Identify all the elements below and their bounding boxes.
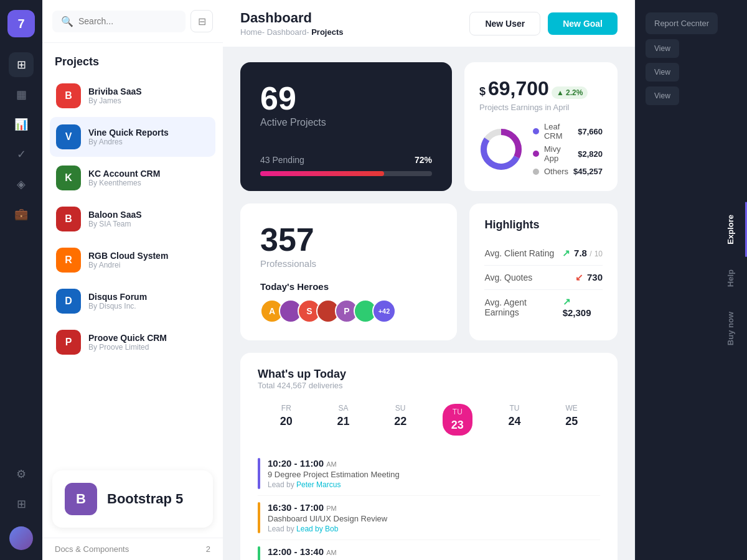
project-by-6: By Proove Limited <box>88 343 167 352</box>
project-item-3[interactable]: B Baloon SaaS By SIA Team <box>50 199 215 239</box>
active-projects-bottom: 43 Pending 72% <box>260 155 432 176</box>
days-row: Fr 20Sa 21Su 22 Tu 23 Tu 24We 25 <box>258 400 600 439</box>
professionals-label: Professionals <box>260 258 437 269</box>
earnings-number: 69,700 <box>488 77 549 100</box>
header-left: Dashboard Home- Dashboard- Projects <box>240 10 344 37</box>
highlight-label-earnings: Avg. Agent Earnings <box>484 297 562 317</box>
bootstrap-title: Bootstrap 5 <box>107 491 183 507</box>
day-cell-0[interactable]: Fr 20 <box>258 400 315 439</box>
right-tabs: Explore Help Buy now <box>720 0 747 560</box>
tab-buy-now[interactable]: Buy now <box>720 299 747 358</box>
day-cell-1[interactable]: Sa 21 <box>315 400 372 439</box>
nav-icon-briefcase[interactable]: 💼 <box>9 202 34 226</box>
event-time-0: 10:20 - 11:00 AM <box>268 458 600 469</box>
calendar-total: Total 424,567 deliveries <box>258 381 600 390</box>
event-item-1: 16:30 - 17:00 PM Dashboard UI/UX Design … <box>258 496 600 540</box>
legend-leaf-crm: Leaf CRM $7,660 <box>533 122 603 141</box>
docs-label: Docs & Components <box>55 544 129 554</box>
project-logo-4: R <box>56 248 81 273</box>
report-center-button[interactable]: Report Cecnter <box>646 12 718 34</box>
legend-val-others: $45,257 <box>573 167 603 176</box>
project-name-3: Baloon SaaS <box>88 210 142 220</box>
highlight-val-earnings: ↗ $2,309 <box>563 296 603 318</box>
event-content-1: 16:30 - 17:00 PM Dashboard UI/UX Design … <box>268 502 600 533</box>
highlight-row-rating: Avg. Client Rating ↗ 7.8 / 10 <box>484 241 603 266</box>
highlight-label-quotes: Avg. Quotes <box>484 273 532 282</box>
project-name-1: Vine Quick Reports <box>88 128 169 138</box>
active-projects-number: 69 <box>260 82 432 114</box>
new-goal-button[interactable]: New Goal <box>548 12 618 35</box>
search-input[interactable] <box>78 16 177 26</box>
search-icon: 🔍 <box>61 16 73 27</box>
view-button-2[interactable]: View <box>646 63 679 82</box>
nav-icon-grid2[interactable]: ⊞ <box>9 492 34 516</box>
nav-icon-dashboard[interactable]: ⊞ <box>9 52 34 77</box>
nav-icon-settings[interactable]: ⚙ <box>9 462 34 487</box>
legend-dot-others <box>533 169 539 175</box>
icon-nav: 7 ⊞ ▦ 📊 ✓ ◈ 💼 ⚙ ⊞ <box>0 0 42 560</box>
breadcrumb-projects: Projects <box>311 27 343 37</box>
breadcrumb-home: Home- <box>240 27 265 37</box>
calendar-section: What's up Today Total 424,567 deliveries… <box>240 353 618 560</box>
nav-icon-layers[interactable]: ◈ <box>9 172 34 197</box>
project-item-4[interactable]: R RGB Cloud System By Andrei <box>50 240 215 280</box>
project-logo-1: V <box>56 124 81 149</box>
earnings-badge: ▲ 2.2% <box>552 86 588 99</box>
user-avatar[interactable]: 7 <box>7 10 35 37</box>
project-by-0: By James <box>88 96 142 105</box>
project-info-3: Baloon SaaS By SIA Team <box>88 210 142 228</box>
search-box[interactable]: 🔍 <box>52 11 186 32</box>
day-cell-5[interactable]: We 25 <box>543 400 600 439</box>
project-info-2: KC Account CRM By Keenthemes <box>88 169 160 187</box>
day-cell-2[interactable]: Su 22 <box>372 400 429 439</box>
project-info-6: Proove Quick CRM By Proove Limited <box>88 333 167 352</box>
earnings-chart-row: Leaf CRM $7,660 Mivy App $2,820 Others $… <box>479 122 603 176</box>
filter-button[interactable]: ⊟ <box>190 10 213 32</box>
project-logo-6: P <box>56 330 81 355</box>
project-item-1[interactable]: V Vine Quick Reports By Andres <box>50 117 215 157</box>
project-info-0: Briviba SaaS By James <box>88 86 142 105</box>
tab-help[interactable]: Help <box>720 257 747 299</box>
project-item-5[interactable]: D Disqus Forum By Disqus Inc. <box>50 281 215 321</box>
event-name-0: 9 Degree Project Estimation Meeting <box>268 470 600 479</box>
tab-explore[interactable]: Explore <box>720 202 747 257</box>
sidebar-search-area: 🔍 ⊟ <box>42 0 223 43</box>
heroes-title: Today's Heroes <box>260 281 437 292</box>
event-lead-0: Lead by Peter Marcus <box>268 480 600 489</box>
day-cell-4[interactable]: Tu 24 <box>486 400 543 439</box>
nav-icon-chart[interactable]: 📊 <box>9 112 34 137</box>
project-item-6[interactable]: P Proove Quick CRM By Proove Limited <box>50 322 215 362</box>
project-logo-5: D <box>56 289 81 314</box>
legend-name-others: Others <box>544 167 568 176</box>
project-item-0[interactable]: B Briviba SaaS By James <box>50 76 215 116</box>
project-name-0: Briviba SaaS <box>88 86 142 96</box>
view-button-1[interactable]: View <box>646 39 679 58</box>
legend-val-mivy: $2,820 <box>578 149 603 159</box>
new-user-button[interactable]: New User <box>469 12 540 35</box>
highlight-val-rating: ↗ 7.8 / 10 <box>562 248 603 259</box>
event-item-2: 12:00 - 13:40 AM Marketing Campaign Disc… <box>258 540 600 560</box>
project-info-1: Vine Quick Reports By Andres <box>88 128 169 146</box>
highlight-row-quotes: Avg. Quotes ↙ 730 <box>484 266 603 290</box>
event-item-0: 10:20 - 11:00 AM 9 Degree Project Estima… <box>258 452 600 496</box>
progress-bar-fill <box>260 171 384 176</box>
project-item-2[interactable]: K KC Account CRM By Keenthemes <box>50 158 215 198</box>
day-cell-3[interactable]: Tu 23 <box>429 400 486 439</box>
docs-row[interactable]: Docs & Components 2 <box>42 538 223 560</box>
nav-icon-check[interactable]: ✓ <box>9 142 34 167</box>
project-name-4: RGB Cloud System <box>88 251 168 261</box>
top-row: 69 Active Projects 43 Pending 72% $ <box>240 62 618 191</box>
main-content: Dashboard Home- Dashboard- Projects New … <box>223 0 635 560</box>
event-content-2: 12:00 - 13:40 AM Marketing Campaign Disc… <box>268 546 600 560</box>
pending-label: 43 Pending <box>260 155 304 165</box>
earnings-amount: $ 69,700 ▲ 2.2% <box>479 77 603 100</box>
bottom-avatar[interactable] <box>9 526 33 550</box>
event-content-0: 10:20 - 11:00 AM 9 Degree Project Estima… <box>268 458 600 489</box>
highlights-card: Highlights Avg. Client Rating ↗ 7.8 / 10… <box>469 203 618 340</box>
bootstrap-card: B Bootstrap 5 <box>52 470 213 528</box>
nav-icon-grid[interactable]: ▦ <box>9 82 34 107</box>
day-pill-today: Tu 23 <box>443 404 472 436</box>
project-by-3: By SIA Team <box>88 220 142 228</box>
view-button-3[interactable]: View <box>646 86 679 105</box>
project-by-2: By Keenthemes <box>88 179 160 187</box>
